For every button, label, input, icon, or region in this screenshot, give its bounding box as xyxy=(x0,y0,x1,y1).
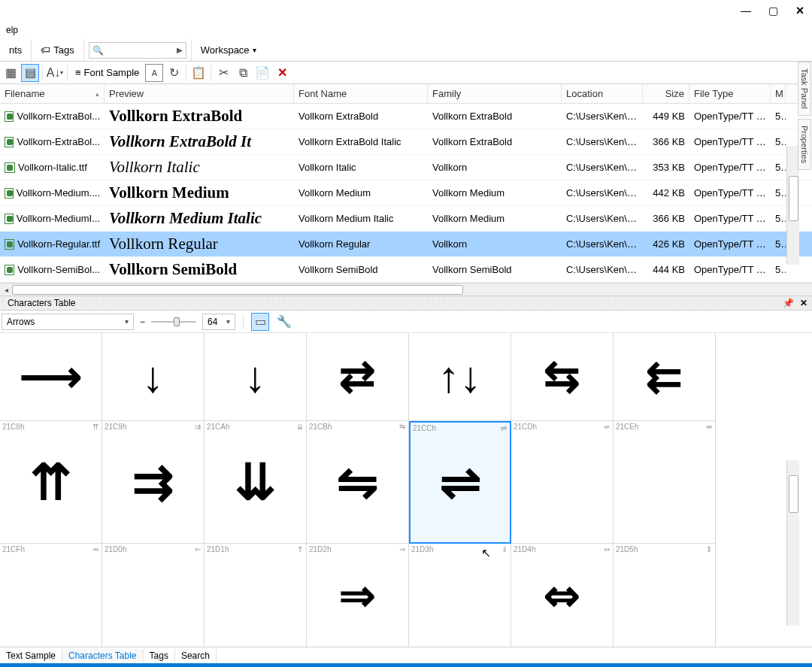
characters-panel-header: Characters Table 📌 ✕ xyxy=(0,296,812,311)
char-cell[interactable]: ⇆ xyxy=(511,333,614,421)
glyph: ↓ xyxy=(244,352,266,402)
char-cell[interactable]: 21CEh⇎ xyxy=(614,421,716,544)
char-cell[interactable]: 21CDh⇍ xyxy=(511,421,614,544)
font-grid[interactable]: Vollkorn-ExtraBol...Vollkorn ExtraBoldVo… xyxy=(0,104,812,283)
scroll-left-icon[interactable]: ◂ xyxy=(0,283,13,296)
table-row[interactable]: Vollkorn-MediumI...Vollkorn Medium Itali… xyxy=(0,206,812,232)
close-button[interactable]: × xyxy=(791,2,809,20)
col-fontname[interactable]: Font Name xyxy=(294,84,428,103)
char-code: 21CFh xyxy=(2,545,25,553)
task-panel-tab[interactable]: Task Panel xyxy=(798,62,811,116)
cut-icon[interactable]: ✂ xyxy=(214,64,232,82)
glyph: ⟶ xyxy=(20,351,82,402)
table-row[interactable]: Vollkorn-Regular.ttfVollkorn RegularVoll… xyxy=(0,232,812,257)
char-mini: ⇔ xyxy=(604,545,610,553)
character-grid[interactable]: ⟶↓↓⇄↑↓⇆⇇ 21C8h⇈⇈21C9h⇉⇉21CAh⇊⇊21CBh⇋⇋21C… xyxy=(0,333,812,647)
search-go-icon[interactable]: ▶ xyxy=(177,46,183,54)
unicode-category-label: Arrows xyxy=(7,317,35,327)
grid-view-icon[interactable]: ▭ xyxy=(251,313,269,331)
table-row[interactable]: Vollkorn-Medium....Vollkorn MediumVollko… xyxy=(0,180,812,206)
char-mini: ⇈ xyxy=(92,423,98,431)
col-preview[interactable]: Preview xyxy=(105,84,294,103)
tab-characters-table[interactable]: Characters Table xyxy=(62,649,144,662)
tags-dropdown[interactable]: 🏷 Tags xyxy=(36,43,78,57)
char-cell[interactable]: 21D0h⇐ xyxy=(102,544,205,647)
tab-tags[interactable]: Tags xyxy=(144,649,175,662)
glyph: ⇆ xyxy=(544,351,580,402)
slider-minus-icon[interactable]: − xyxy=(140,317,145,327)
char-cell[interactable]: ⟶ xyxy=(0,333,102,421)
box-a-icon[interactable]: A xyxy=(145,64,163,82)
pin-icon[interactable]: 📌 xyxy=(783,298,794,308)
char-cell[interactable]: 21C9h⇉⇉ xyxy=(102,421,205,544)
char-mini: ⇎ xyxy=(706,423,712,431)
search-input[interactable]: 🔍 ▶ xyxy=(89,42,186,59)
char-cell[interactable]: 21CFh⇏ xyxy=(0,544,102,647)
maximize-button[interactable]: ▢ xyxy=(764,2,782,20)
char-grid-vscroll[interactable] xyxy=(786,460,799,626)
workspace-label: Workspace xyxy=(201,44,250,56)
char-cell[interactable]: 21CBh⇋⇋ xyxy=(307,421,409,544)
characters-panel-title: Characters Table xyxy=(5,298,79,308)
font-file-icon xyxy=(5,111,14,122)
col-modified[interactable]: M xyxy=(771,84,786,103)
clipboard-icon[interactable]: 📋 xyxy=(189,64,208,82)
paste-icon[interactable]: 📄 xyxy=(253,64,271,82)
table-row[interactable]: Vollkorn-SemiBol...Vollkorn SemiBoldVoll… xyxy=(0,257,812,283)
copy-icon[interactable]: ⧉ xyxy=(234,64,252,82)
col-filetype[interactable]: File Type xyxy=(689,84,771,103)
glyph: ⇇ xyxy=(646,351,683,402)
scroll-thumb[interactable] xyxy=(12,285,463,295)
view-details-icon[interactable]: ▤ xyxy=(21,64,39,82)
size-slider[interactable] xyxy=(151,321,196,323)
char-cell[interactable]: 21D4h⇔⇔ xyxy=(511,544,614,647)
panel-close-icon[interactable]: ✕ xyxy=(800,298,807,308)
char-cell[interactable]: ⇇ xyxy=(614,333,716,421)
char-cell[interactable]: 21CAh⇊⇊ xyxy=(205,421,307,544)
font-sample-button[interactable]: ≡ Font Sample xyxy=(71,67,144,78)
delete-icon[interactable]: ✕ xyxy=(273,64,291,82)
refresh-icon[interactable]: ↻ xyxy=(165,64,183,82)
char-cell[interactable]: ↓ xyxy=(102,333,205,421)
col-family[interactable]: Family xyxy=(428,84,562,103)
table-row[interactable]: Vollkorn-Italic.ttfVollkorn ItalicVollko… xyxy=(0,155,812,180)
col-size[interactable]: Size xyxy=(643,84,689,103)
char-cell[interactable]: 21CCh⇌⇌ xyxy=(409,421,511,544)
font-sample-label: Font Sample xyxy=(84,67,140,78)
sort-icon[interactable]: A↓▾ xyxy=(46,64,64,82)
char-cell[interactable]: ↓ xyxy=(205,333,307,421)
chevron-down-icon: ▾ xyxy=(125,317,129,326)
char-cell[interactable]: 21D1h⇑ xyxy=(205,544,307,647)
unicode-category-combo[interactable]: Arrows ▾ xyxy=(2,314,134,330)
char-code: 21D0h xyxy=(105,545,126,553)
char-mini: ⇓ xyxy=(501,545,508,553)
col-location[interactable]: Location xyxy=(562,84,643,103)
table-row[interactable]: Vollkorn-ExtraBol...Vollkorn ExtraBold I… xyxy=(0,129,812,155)
settings-icon[interactable]: 🔧 xyxy=(275,313,293,331)
tab-text-sample[interactable]: Text Sample xyxy=(0,649,62,662)
fonts-dropdown[interactable]: nts xyxy=(5,43,26,57)
horizontal-scrollbar[interactable]: ◂ xyxy=(0,283,812,296)
view-list-icon[interactable]: ▦ xyxy=(2,64,20,82)
lines-icon: ≡ xyxy=(75,67,81,78)
char-mini: ⇊ xyxy=(297,423,303,431)
font-file-icon xyxy=(5,188,14,199)
char-cell[interactable]: ↑↓ xyxy=(409,333,511,421)
workspace-dropdown[interactable]: Workspace ▾ xyxy=(196,43,261,57)
font-file-icon xyxy=(5,137,14,147)
properties-tab[interactable]: Properties xyxy=(798,119,811,170)
char-cell[interactable]: 21D2h⇒⇒ xyxy=(307,544,409,647)
char-cell[interactable]: 21C8h⇈⇈ xyxy=(0,421,102,544)
menu-help[interactable]: elp xyxy=(3,23,21,37)
char-mini: ⇋ xyxy=(399,423,405,431)
glyph: ⇄ xyxy=(339,351,376,402)
glyph: ⇌ xyxy=(440,453,481,511)
col-filename[interactable]: Filename▴ xyxy=(0,84,105,103)
char-cell[interactable]: 21D5h⇕ xyxy=(614,544,716,647)
minimize-button[interactable]: — xyxy=(737,2,755,20)
char-cell[interactable]: 21D3h⇓ xyxy=(409,544,511,647)
size-combo[interactable]: 64 ▾ xyxy=(202,314,235,330)
char-cell[interactable]: ⇄ xyxy=(307,333,409,421)
tab-search[interactable]: Search xyxy=(175,649,217,662)
table-row[interactable]: Vollkorn-ExtraBol...Vollkorn ExtraBoldVo… xyxy=(0,104,812,129)
